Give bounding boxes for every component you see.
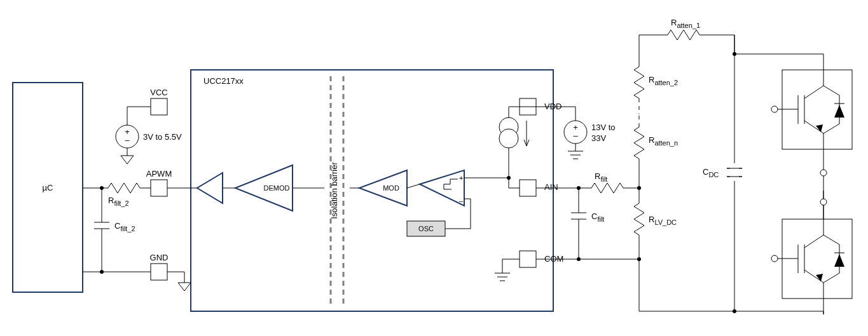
svg-point-10 [507,176,511,180]
apwm-label: APWM [146,169,172,178]
gnd-pin [151,264,167,280]
osc-label: OSC [418,225,434,232]
svg-rect-31 [730,163,739,181]
svg-text:Ratten_2: Ratten_2 [649,75,678,86]
resistor-symbol [108,183,140,193]
svg-point-45 [771,255,778,262]
svg-point-39 [771,106,778,112]
svg-text:–: – [573,131,578,140]
svg-point-47 [733,309,736,313]
uc-label: µC [43,183,53,192]
svg-text:Cfilt: Cfilt [591,212,604,223]
svg-text:CDC: CDC [703,167,719,178]
vcc-pin [151,98,167,115]
svg-text:Cfilt_2: Cfilt_2 [114,221,135,232]
earth-ground-icon [121,156,134,164]
earth-ground-icon [178,283,191,291]
svg-point-48 [820,199,827,205]
svg-text:Ratten_1: Ratten_1 [671,18,700,29]
igbt-top [771,54,852,165]
svg-text:Ratten_n: Ratten_n [649,135,678,147]
resistor-symbol [668,30,699,40]
ain-pin [520,180,536,196]
resistor-symbol [634,67,644,98]
svg-point-46 [733,52,736,56]
svg-point-6 [100,270,104,274]
svg-point-9 [499,129,518,148]
com-pin [520,251,536,267]
resistor-symbol [591,183,623,193]
svg-text:Rfilt_2: Rfilt_2 [108,196,129,207]
barrier-label: Isolation barrier [329,162,339,219]
ain-label: AIN [544,182,558,192]
svg-text:+: + [459,174,463,182]
demod-label: DEMOD [264,184,290,192]
svg-point-40 [820,170,827,176]
vcc-label: VCC [150,88,167,97]
svg-text:Rfilt: Rfilt [595,171,607,183]
schematic-diagram: µC UCC217xx Isolation barrier VCC + – 3V… [0,0,868,336]
gnd-label: GND [150,253,169,262]
mod-label: MOD [383,184,399,192]
svg-point-5 [100,186,104,190]
svg-text:–: – [459,197,464,205]
resistor-symbol [634,127,644,159]
svg-text:RLV_DC: RLV_DC [649,215,677,226]
resistor-symbol [634,203,644,235]
svg-text:33V: 33V [591,133,606,143]
svg-text:–: – [125,135,130,145]
svg-text:13V to: 13V to [591,123,616,132]
apwm-pin [151,180,167,196]
igbt-bottom [771,191,852,314]
chip-label: UCC217xx [203,76,244,86]
vcc-src-label: 3V to 5.5V [143,132,182,142]
